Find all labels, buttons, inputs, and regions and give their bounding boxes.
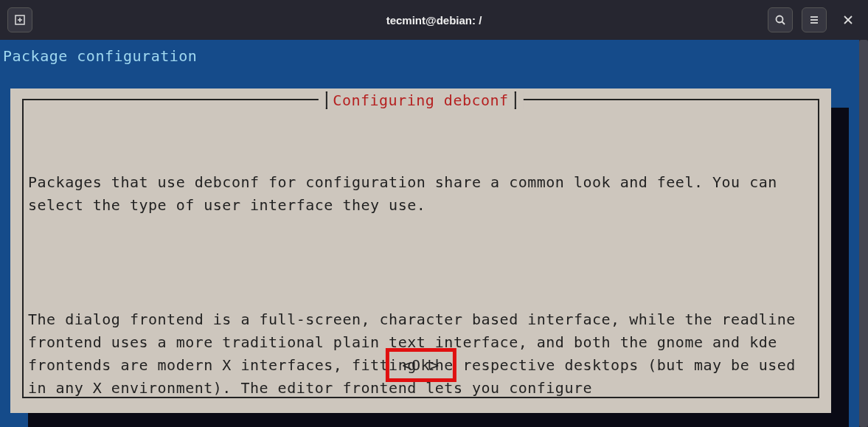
scrollbar-thumb[interactable] [859, 40, 868, 427]
package-config-header: Package configuration [0, 40, 859, 65]
dialog-title: Configuring debconf [327, 91, 514, 109]
new-tab-icon [14, 14, 26, 26]
ok-button-wrap: <Ok> [385, 348, 456, 382]
dialog-paragraph-1: Packages that use debconf for configurat… [28, 171, 813, 217]
close-icon [843, 15, 853, 25]
terminal-content: Package configuration Configuring debcon… [0, 40, 859, 427]
ok-button[interactable]: <Ok> [402, 356, 439, 374]
new-tab-button[interactable] [7, 7, 32, 32]
menu-button[interactable] [802, 7, 827, 32]
svg-point-3 [777, 16, 783, 23]
title-bracket-right [515, 91, 516, 109]
debconf-dialog: Configuring debconf Packages that use de… [10, 88, 831, 413]
terminal-area: Package configuration Configuring debcon… [0, 40, 868, 427]
svg-line-4 [782, 22, 785, 25]
window-titlebar: tecmint@debian: / [0, 0, 868, 40]
search-icon [774, 14, 786, 26]
scrollbar-track[interactable] [859, 40, 868, 427]
titlebar-right [768, 7, 861, 32]
window-title: tecmint@debian: / [386, 14, 482, 27]
dialog-title-wrap: Configuring debconf [318, 91, 523, 109]
hamburger-icon [808, 14, 820, 26]
close-button[interactable] [836, 7, 861, 32]
search-button[interactable] [768, 7, 793, 32]
titlebar-left [7, 7, 37, 32]
ok-button-highlight: <Ok> [385, 348, 456, 382]
